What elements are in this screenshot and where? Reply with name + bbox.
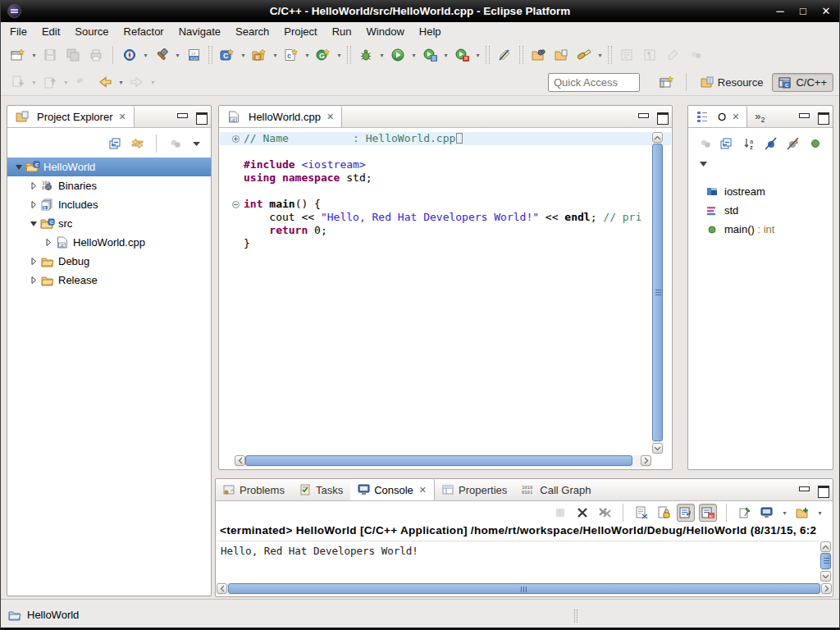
tree-item-helloworld[interactable]: CHelloWorld	[7, 158, 211, 176]
minimize-view-button[interactable]	[799, 486, 809, 495]
new-source-file-dropdown[interactable]: ▾	[303, 47, 312, 63]
minimize-view-button[interactable]	[638, 112, 648, 121]
minimize-view-button[interactable]	[177, 112, 187, 121]
expand-arrow-icon[interactable]	[27, 201, 40, 208]
code-line-7[interactable]: cout << "Hello, Red Hat Developers World…	[220, 211, 671, 224]
profile-dropdown[interactable]: ▾	[473, 47, 482, 63]
tab-tasks[interactable]: Tasks	[292, 479, 350, 500]
scroll-right-icon[interactable]	[821, 583, 832, 594]
tree-item-release[interactable]: Release	[7, 271, 211, 290]
focus-button[interactable]	[698, 136, 713, 151]
run-dropdown[interactable]: ▾	[409, 47, 418, 63]
quick-access-input[interactable]	[548, 73, 640, 92]
scroll-up-icon[interactable]	[820, 541, 831, 552]
tab-properties[interactable]: Properties	[435, 479, 514, 500]
previous-annotation-dropdown[interactable]: ▾	[62, 74, 71, 90]
menu-window[interactable]: Window	[359, 23, 412, 40]
link-with-editor-button[interactable]	[130, 136, 144, 151]
new-source-folder-button[interactable]: c	[248, 45, 271, 65]
menu-project[interactable]: Project	[276, 23, 324, 40]
menu-edit[interactable]: Edit	[34, 23, 67, 40]
expand-arrow-icon[interactable]	[42, 239, 55, 246]
tree-item-includes[interactable]: hIncludes	[7, 195, 211, 214]
code-line-9[interactable]: }	[220, 237, 671, 250]
outline-item-main[interactable]: main() : int	[688, 220, 833, 239]
pin-console-button[interactable]	[736, 504, 754, 522]
close-button[interactable]: ✕	[820, 5, 832, 17]
collapse-all-button[interactable]	[720, 136, 735, 151]
perspective-resource-button[interactable]: Resource	[695, 74, 769, 91]
build-button[interactable]	[150, 45, 173, 65]
hide-static-button[interactable]: s	[786, 136, 801, 151]
close-tab-icon[interactable]: ✕	[732, 112, 739, 122]
menu-source[interactable]: Source	[67, 23, 116, 40]
maximize-view-button[interactable]	[657, 112, 667, 121]
toggle-mark-occurrences-button[interactable]	[493, 45, 516, 65]
forward-dropdown[interactable]: ▾	[148, 74, 158, 90]
search-button[interactable]	[573, 45, 596, 65]
tab-outline[interactable]: O ✕	[688, 106, 747, 127]
code-line-2[interactable]	[220, 145, 671, 158]
debug-dropdown[interactable]: ▾	[377, 47, 386, 63]
collapse-all-button[interactable]	[108, 136, 123, 151]
close-tab-icon[interactable]: ✕	[419, 485, 427, 495]
profile-button[interactable]	[450, 45, 473, 65]
open-console-button[interactable]	[793, 504, 811, 522]
remove-launch-button[interactable]	[573, 504, 591, 522]
minimize-view-button[interactable]	[799, 112, 809, 121]
new-wizard-button[interactable]	[7, 45, 30, 65]
new-cpp-class-dropdown[interactable]: ▾	[239, 47, 248, 63]
open-perspective-button[interactable]	[656, 72, 678, 92]
maximize-view-button[interactable]	[818, 112, 828, 121]
word-wrap-button[interactable]	[677, 504, 695, 522]
new-cpp-class-button[interactable]: C	[216, 45, 239, 65]
collapse-arrow-icon[interactable]	[27, 221, 40, 227]
target-navigator-dropdown[interactable]: ▾	[141, 47, 150, 63]
code-editor[interactable]: // Name : HelloWorld.cpp#include <iostre…	[220, 129, 671, 468]
open-resource-button[interactable]	[550, 45, 573, 65]
focus-button[interactable]	[168, 136, 183, 151]
tree-item-src[interactable]: Csrc	[7, 214, 211, 233]
scroll-left-icon[interactable]	[217, 583, 227, 594]
build-dropdown[interactable]: ▾	[173, 47, 182, 63]
show-on-output-button[interactable]: x:	[699, 504, 717, 522]
code-line-3[interactable]: #include <iostream>	[220, 158, 671, 171]
clear-console-button[interactable]	[632, 504, 651, 522]
tree-item-debug[interactable]: Debug	[7, 252, 211, 271]
menu-run[interactable]: Run	[325, 23, 359, 40]
perspective-cc-button[interactable]: CC/C++	[772, 73, 833, 92]
editor-horizontal-scrollbar[interactable]	[235, 455, 651, 468]
console-vertical-scrollbar[interactable]	[820, 541, 832, 582]
fold-minus-icon[interactable]	[220, 198, 244, 211]
new-wizard-dropdown[interactable]: ▾	[30, 47, 39, 63]
hide-non-public-button[interactable]	[808, 136, 823, 151]
tree-item-binaries[interactable]: 1001Binaries	[7, 176, 211, 195]
scroll-down-icon[interactable]	[820, 571, 831, 582]
scroll-lock-button[interactable]	[655, 504, 673, 522]
more-tabs-indicator[interactable]: »2	[747, 106, 772, 127]
sort-button[interactable]: az	[742, 136, 757, 151]
code-line-5[interactable]	[220, 185, 671, 198]
new-class-wizard-dropdown[interactable]: ▾	[335, 47, 344, 63]
close-tab-icon[interactable]: ✕	[118, 112, 126, 122]
minimize-button[interactable]: ─	[774, 5, 786, 17]
editor-vertical-scrollbar[interactable]	[652, 132, 664, 454]
new-source-folder-dropdown[interactable]: ▾	[271, 47, 280, 63]
menu-help[interactable]: Help	[412, 23, 449, 40]
console-output[interactable]: Hello, Red Hat Developers World!	[217, 541, 819, 582]
code-line-1[interactable]: // Name : HelloWorld.cpp	[220, 132, 671, 145]
open-console-dropdown[interactable]: ▾	[815, 504, 824, 521]
code-line-4[interactable]: using namespace std;	[220, 171, 671, 185]
outline-view-menu[interactable]	[688, 154, 833, 174]
search-dropdown[interactable]: ▾	[596, 47, 605, 63]
close-tab-icon[interactable]: ✕	[326, 112, 334, 122]
maximize-view-button[interactable]	[818, 486, 828, 495]
run-configurations-dropdown[interactable]: ▾	[441, 47, 450, 63]
scroll-right-icon[interactable]	[641, 455, 651, 466]
tab-call-graph[interactable]: 10100101Call Graph	[514, 479, 598, 500]
expand-arrow-icon[interactable]	[27, 258, 40, 265]
next-annotation-dropdown[interactable]: ▾	[30, 74, 39, 90]
expand-arrow-icon[interactable]	[27, 182, 40, 189]
display-selected-console-dropdown[interactable]: ▾	[780, 504, 789, 521]
scroll-up-icon[interactable]	[652, 132, 663, 143]
